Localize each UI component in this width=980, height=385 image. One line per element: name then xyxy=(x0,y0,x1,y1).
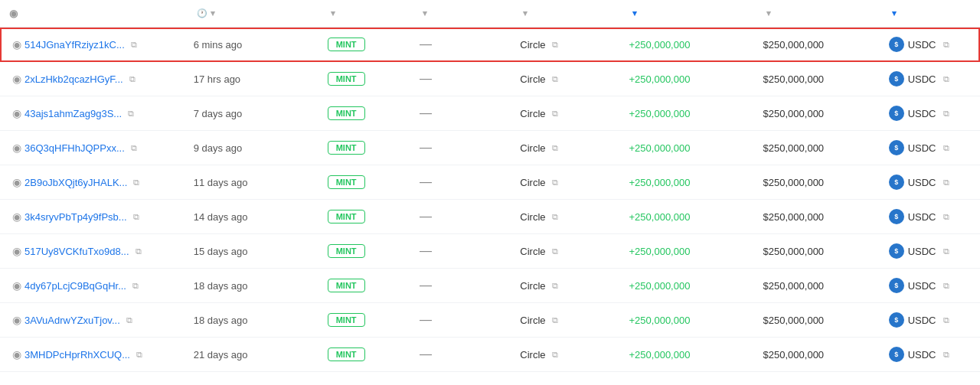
token-copy-icon[interactable]: ⧉ xyxy=(943,109,949,119)
to-filter-icon[interactable]: ▾ xyxy=(523,8,528,18)
action-cell: MINT xyxy=(318,234,410,269)
to-cell-inner: Circle⧉ xyxy=(520,246,610,257)
token-copy-icon[interactable]: ⧉ xyxy=(943,350,949,360)
eye-icon[interactable]: ◉ xyxy=(12,176,21,188)
eye-icon[interactable]: ◉ xyxy=(12,245,21,257)
to-cell-inner: Circle⧉ xyxy=(520,177,610,188)
to-cell: Circle⧉ xyxy=(511,338,619,372)
from-dash: — xyxy=(420,210,432,223)
signature-link[interactable]: 3MHDPcHprRhXCUQ... xyxy=(24,349,130,361)
table-row: ◉2B9oJbXQjt6yJHALK...⧉11 days agoMINT—Ci… xyxy=(0,165,980,200)
to-address: Circle xyxy=(520,280,545,292)
from-dash: — xyxy=(420,175,432,188)
token-copy-icon[interactable]: ⧉ xyxy=(943,212,949,222)
copy-icon[interactable]: ⧉ xyxy=(131,143,137,153)
to-copy-icon[interactable]: ⧉ xyxy=(552,246,558,256)
to-cell: Circle⧉ xyxy=(511,269,619,303)
to-copy-icon[interactable]: ⧉ xyxy=(552,143,558,153)
eye-icon[interactable]: ◉ xyxy=(12,73,21,85)
copy-icon[interactable]: ⧉ xyxy=(133,178,139,188)
copy-icon[interactable]: ⧉ xyxy=(133,212,139,222)
col-header-time: 🕐 ▾ xyxy=(185,0,318,28)
from-cell: — xyxy=(410,62,511,96)
from-cell: — xyxy=(410,234,511,269)
from-filter-icon[interactable]: ▾ xyxy=(423,8,427,18)
amount-cell: +250,000,000 xyxy=(620,28,754,62)
copy-icon[interactable]: ⧉ xyxy=(126,315,132,325)
time-clock-icon[interactable]: 🕐 xyxy=(197,8,207,18)
from-cell: — xyxy=(410,200,511,234)
col-header-from: ▾ xyxy=(410,0,511,28)
copy-icon[interactable]: ⧉ xyxy=(136,246,142,256)
from-cell: — xyxy=(410,165,511,200)
mint-badge: MINT xyxy=(328,38,365,51)
eye-icon[interactable]: ◉ xyxy=(12,279,21,292)
eye-icon[interactable]: ◉ xyxy=(12,348,21,361)
eye-icon[interactable]: ◉ xyxy=(12,210,21,223)
action-cell: MINT xyxy=(318,96,410,131)
value-filter-icon[interactable]: ▾ xyxy=(766,8,771,18)
action-filter-icon[interactable]: ▾ xyxy=(331,8,335,18)
token-cell: $USDC⧉ xyxy=(880,338,980,372)
token-cell-inner: $USDC⧉ xyxy=(889,347,971,362)
signature-link[interactable]: 517Uy8VCKfuTxo9d8... xyxy=(24,246,129,257)
to-copy-icon[interactable]: ⧉ xyxy=(552,40,558,50)
signature-link[interactable]: 4dy67pLcjC9BqGqHr... xyxy=(24,280,126,292)
signature-cell-inner: ◉36Q3qHFHhJQPPxx...⧉ xyxy=(12,142,183,154)
token-cell-inner: $USDC⧉ xyxy=(889,71,971,86)
token-copy-icon[interactable]: ⧉ xyxy=(943,40,949,50)
signature-link[interactable]: 36Q3qHFHhJQPPxx... xyxy=(24,142,125,154)
copy-icon[interactable]: ⧉ xyxy=(136,350,142,360)
to-copy-icon[interactable]: ⧉ xyxy=(552,281,558,291)
signature-link[interactable]: 2xLzHkb2qcazHGyF... xyxy=(24,73,123,85)
usdc-icon: $ xyxy=(889,209,904,224)
token-copy-icon[interactable]: ⧉ xyxy=(943,143,949,153)
to-cell: Circle⧉ xyxy=(511,165,619,200)
signature-cell-inner: ◉3k4sryvPbTp4y9fPsb...⧉ xyxy=(12,210,183,223)
amount-cell: +250,000,000 xyxy=(620,200,754,234)
to-copy-icon[interactable]: ⧉ xyxy=(552,74,558,84)
eye-icon[interactable]: ◉ xyxy=(12,107,21,119)
to-copy-icon[interactable]: ⧉ xyxy=(552,109,558,119)
signature-link[interactable]: 514JGnaYfRziyz1kC... xyxy=(24,39,125,51)
token-cell-inner: $USDC⧉ xyxy=(889,140,971,155)
token-copy-icon[interactable]: ⧉ xyxy=(943,246,949,256)
to-address: Circle xyxy=(520,211,545,223)
table-row: ◉43ajs1ahmZag9g3S...⧉7 days agoMINT—Circ… xyxy=(0,96,980,131)
to-address: Circle xyxy=(520,142,545,154)
copy-icon[interactable]: ⧉ xyxy=(128,109,134,119)
token-copy-icon[interactable]: ⧉ xyxy=(943,178,949,188)
to-copy-icon[interactable]: ⧉ xyxy=(552,212,558,222)
token-cell-inner: $USDC⧉ xyxy=(889,278,971,293)
from-cell: — xyxy=(410,338,511,372)
eye-col-header: ◉ xyxy=(9,8,18,19)
to-copy-icon[interactable]: ⧉ xyxy=(552,350,558,360)
time-filter-icon[interactable]: ▾ xyxy=(211,8,215,18)
signature-link[interactable]: 2B9oJbXQjt6yJHALK... xyxy=(24,177,127,188)
eye-icon[interactable]: ◉ xyxy=(12,142,21,154)
table-row: ◉4dy67pLcjC9BqGqHr...⧉18 days agoMINT—Ci… xyxy=(0,269,980,303)
signature-link[interactable]: 3AVuAdrwYZxuTjov... xyxy=(24,315,120,326)
eye-icon[interactable]: ◉ xyxy=(12,314,21,326)
row-eye-cell: ◉4dy67pLcjC9BqGqHr...⧉ xyxy=(0,269,185,303)
amount-cell: +250,000,000 xyxy=(620,338,754,372)
signature-link[interactable]: 43ajs1ahmZag9g3S... xyxy=(24,108,122,119)
from-cell: — xyxy=(410,131,511,165)
token-filter-icon[interactable]: ▾ xyxy=(892,8,897,18)
value-cell: $250,000,000 xyxy=(754,96,880,131)
copy-icon[interactable]: ⧉ xyxy=(131,40,137,50)
row-eye-cell: ◉36Q3qHFHhJQPPxx...⧉ xyxy=(0,131,185,165)
amount-filter-icon[interactable]: ▾ xyxy=(632,8,637,18)
to-copy-icon[interactable]: ⧉ xyxy=(552,315,558,325)
token-copy-icon[interactable]: ⧉ xyxy=(943,315,949,325)
to-copy-icon[interactable]: ⧉ xyxy=(552,178,558,188)
action-cell: MINT xyxy=(318,28,410,62)
signature-link[interactable]: 3k4sryvPbTp4y9fPsb... xyxy=(24,211,127,223)
copy-icon[interactable]: ⧉ xyxy=(129,74,136,84)
token-copy-icon[interactable]: ⧉ xyxy=(943,74,949,84)
token-copy-icon[interactable]: ⧉ xyxy=(943,281,949,291)
token-label: USDC xyxy=(908,211,936,223)
eye-icon[interactable]: ◉ xyxy=(12,38,21,51)
token-label: USDC xyxy=(908,349,936,361)
copy-icon[interactable]: ⧉ xyxy=(132,281,139,291)
